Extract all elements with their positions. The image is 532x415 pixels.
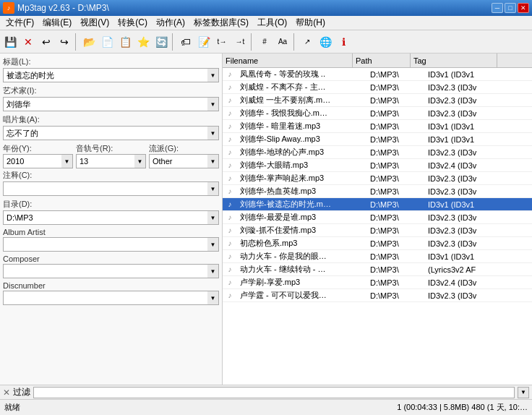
- file-icon: ♪: [223, 187, 237, 195]
- file-icon: ♪: [223, 200, 237, 208]
- file-tag2-button[interactable]: →t: [231, 33, 249, 51]
- path-cell: D:\MP3\: [367, 147, 425, 158]
- col-header-filename[interactable]: Filename: [223, 54, 353, 67]
- table-row[interactable]: ♪刘德华-Slip Away..mp3D:\MP3\ID3v1 (ID3v1: [223, 133, 532, 146]
- comment-field-group: 注释(C): ▼: [3, 170, 219, 196]
- title-input[interactable]: [3, 68, 207, 82]
- composer-input[interactable]: [3, 264, 207, 278]
- genre-dropdown-btn[interactable]: ▼: [207, 154, 219, 168]
- album-artist-dropdown-btn[interactable]: ▼: [207, 237, 219, 252]
- year-input[interactable]: [3, 154, 61, 168]
- album-artist-input[interactable]: [3, 237, 207, 252]
- tag-cell: ID3v2.3 (ID3v: [425, 291, 512, 301]
- col-header-path[interactable]: Path: [353, 54, 411, 67]
- table-row[interactable]: ♪刘德华-大眼睛.mp3D:\MP3\ID3v2.4 (ID3v: [223, 159, 532, 172]
- window-controls: ─ □ ✕: [492, 3, 529, 13]
- file-tag-button[interactable]: 📝: [195, 33, 213, 51]
- menu-tagdb[interactable]: 标签数据库(S): [189, 16, 253, 30]
- artist-dropdown-btn[interactable]: ▼: [207, 97, 219, 111]
- sep2: [172, 33, 175, 51]
- title-dropdown-btn[interactable]: ▼: [207, 68, 219, 82]
- web-button[interactable]: 🌐: [317, 33, 334, 51]
- menu-edit[interactable]: 编辑(E): [38, 16, 76, 30]
- genre-input[interactable]: [149, 154, 207, 168]
- filename-cell: 刘威煌 一生不要别离.m…: [237, 94, 367, 106]
- dir-label: 目录(D):: [3, 199, 219, 210]
- tag-cell: (Lyrics3v2 AF: [425, 265, 512, 275]
- export-button[interactable]: ↗: [299, 33, 316, 51]
- filter-dropdown-btn[interactable]: ▼: [518, 387, 529, 398]
- genre-field-group: 流派(G): ▼: [149, 143, 219, 168]
- table-row[interactable]: ♪刘璇-抓不住爱情.mp3D:\MP3\ID3v2.3 (ID3v: [223, 224, 532, 237]
- table-row[interactable]: ♪刘德华 - 我恨我痴心.m…D:\MP3\ID3v2.3 (ID3v: [223, 107, 532, 120]
- case-button[interactable]: Aa: [274, 33, 291, 51]
- tag-cell: ID3v2.3 (ID3v: [425, 108, 512, 119]
- path-cell: D:\MP3\: [367, 265, 425, 275]
- undo-button[interactable]: ↩: [38, 33, 55, 51]
- close-button[interactable]: ✕: [518, 3, 529, 13]
- tag-file2-button[interactable]: t→: [213, 33, 231, 51]
- sep1: [75, 33, 78, 51]
- tag-cell: ID3v2.3 (ID3v: [425, 95, 512, 106]
- comment-input[interactable]: [3, 181, 207, 196]
- table-row[interactable]: ♪刘德华-地球的心声.mp3D:\MP3\ID3v2.3 (ID3v: [223, 146, 532, 159]
- table-row[interactable]: ♪刘德华-掌声响起来.mp3D:\MP3\ID3v2.3 (ID3v: [223, 172, 532, 185]
- filename-cell: 动力火车 - 你是我的眼…: [237, 250, 367, 262]
- album-input[interactable]: [3, 126, 207, 140]
- sep3: [251, 33, 254, 51]
- track-input[interactable]: [76, 154, 134, 168]
- open-file-button[interactable]: 📄: [98, 33, 116, 51]
- menu-convert[interactable]: 转换(C): [113, 16, 152, 30]
- table-row[interactable]: ♪卢学刷-享爱.mp3D:\MP3\ID3v2.4 (ID3v: [223, 276, 532, 289]
- number-button[interactable]: #: [256, 33, 273, 51]
- delete-button[interactable]: ✕: [20, 33, 37, 51]
- open-folder-button[interactable]: 📂: [80, 33, 98, 51]
- discnumber-dropdown-btn[interactable]: ▼: [207, 291, 219, 305]
- dir-input[interactable]: [3, 210, 207, 225]
- comment-dropdown-btn[interactable]: ▼: [207, 181, 219, 196]
- menu-view[interactable]: 视图(V): [76, 16, 113, 30]
- table-row[interactable]: ♪动力火车 - 继续转动 - …D:\MP3\(Lyrics3v2 AF: [223, 263, 532, 276]
- table-row[interactable]: ♪卢学霆 - 可不可以爱我…D:\MP3\ID3v2.3 (ID3v: [223, 289, 532, 302]
- path-cell: D:\MP3\: [367, 69, 425, 80]
- table-row[interactable]: ♪刘德华 - 暗里着迷.mp3D:\MP3\ID3v1 (ID3v1: [223, 120, 532, 133]
- composer-field-group: Composer ▼: [3, 254, 219, 278]
- track-dropdown-btn[interactable]: ▼: [134, 154, 146, 168]
- table-row[interactable]: ♪刘德华-热血英雄.mp3D:\MP3\ID3v2.3 (ID3v: [223, 185, 532, 198]
- discnumber-input[interactable]: [3, 291, 207, 305]
- album-dropdown-btn[interactable]: ▼: [207, 126, 219, 140]
- table-row[interactable]: ♪刘德华-最爱是谁.mp3D:\MP3\ID3v2.3 (ID3v: [223, 211, 532, 224]
- artist-input[interactable]: [3, 97, 207, 111]
- menu-action[interactable]: 动作(A): [152, 16, 189, 30]
- menu-help[interactable]: 帮助(H): [291, 16, 330, 30]
- minimize-button[interactable]: ─: [492, 3, 503, 13]
- col-header-tag[interactable]: Tag: [411, 54, 497, 67]
- composer-input-wrapper: ▼: [3, 264, 219, 278]
- fav-button[interactable]: ⭐: [134, 33, 152, 51]
- table-row[interactable]: ♪凤凰传奇 - 等爱的玫瑰 ..D:\MP3\ID3v1 (ID3v1: [223, 68, 532, 81]
- dir-dropdown-btn[interactable]: ▼: [207, 210, 219, 225]
- table-row[interactable]: ♪初恋粉色系.mp3D:\MP3\ID3v2.3 (ID3v: [223, 237, 532, 250]
- save-button[interactable]: 💾: [1, 33, 19, 51]
- filename-cell: 动力火车 - 继续转动 - …: [237, 263, 367, 275]
- filter-input[interactable]: [33, 387, 515, 398]
- genre-label: 流派(G):: [149, 143, 219, 154]
- maximize-button[interactable]: □: [505, 3, 516, 13]
- table-row[interactable]: ♪动力火车 - 你是我的眼…D:\MP3\ID3v1 (ID3v1: [223, 250, 532, 263]
- table-row[interactable]: ♪刘威煌 - 不离不弃 - 主…D:\MP3\ID3v2.3 (ID3v: [223, 81, 532, 94]
- menu-file[interactable]: 文件(F): [1, 16, 38, 30]
- filename-cell: 卢学刷-享爱.mp3: [237, 276, 367, 288]
- table-row[interactable]: ♪刘德华-被遗忘的时光.m…D:\MP3\ID3v1 (ID3v1: [223, 198, 532, 211]
- info-button[interactable]: ℹ: [335, 33, 352, 51]
- dir-field-group: 目录(D): ▼: [3, 199, 219, 225]
- composer-dropdown-btn[interactable]: ▼: [207, 264, 219, 278]
- discnumber-input-wrapper: ▼: [3, 291, 219, 305]
- year-dropdown-btn[interactable]: ▼: [61, 154, 73, 168]
- file-icon: ♪: [223, 239, 237, 247]
- undo2-button[interactable]: ↪: [56, 33, 73, 51]
- menu-tools[interactable]: 工具(O): [253, 16, 291, 30]
- refresh-button[interactable]: 🔄: [153, 33, 170, 51]
- table-row[interactable]: ♪刘威煌 一生不要别离.m…D:\MP3\ID3v2.3 (ID3v: [223, 94, 532, 107]
- tag-file-button[interactable]: 🏷: [177, 33, 194, 51]
- open-file2-button[interactable]: 📋: [116, 33, 134, 51]
